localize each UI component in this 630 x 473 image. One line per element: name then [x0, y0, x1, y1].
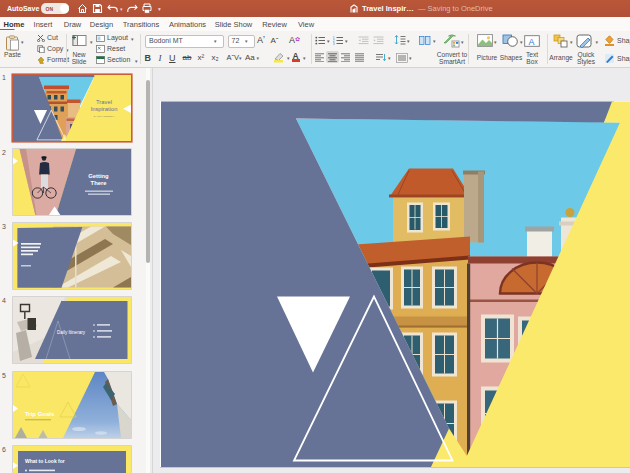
svg-text:A: A [528, 36, 534, 46]
svg-text:Inspiration: Inspiration [91, 105, 118, 111]
svg-text:Getting: Getting [88, 173, 109, 179]
svg-text:Trip Goals: Trip Goals [25, 410, 55, 416]
svg-text:What to Look for: What to Look for [25, 458, 65, 464]
svg-text:Travel: Travel [96, 98, 112, 104]
svg-text:There: There [91, 180, 108, 186]
svg-text:BY JULIA MERIDETH: BY JULIA MERIDETH [94, 115, 115, 117]
svg-text:3: 3 [333, 41, 335, 44]
